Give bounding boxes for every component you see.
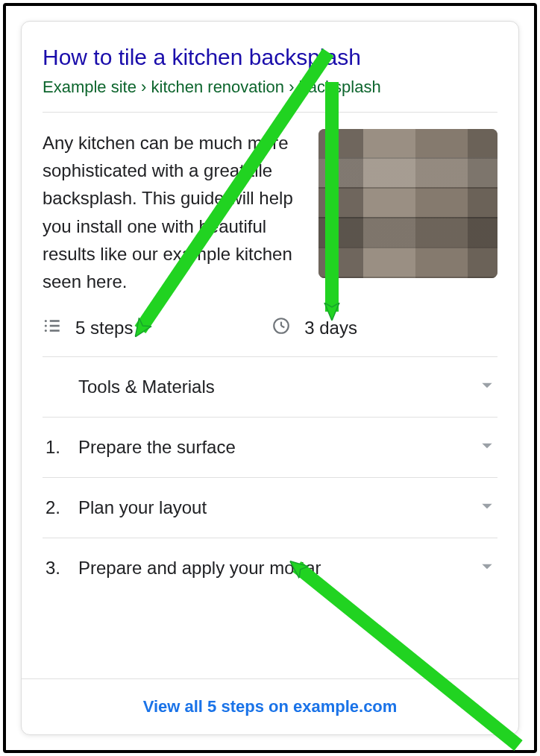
chevron-down-icon: [480, 438, 495, 456]
breadcrumb: Example site › kitchen renovation › back…: [43, 78, 497, 97]
divider: [43, 112, 497, 113]
thumbnail-image: [318, 129, 497, 278]
section-list: Tools & Materials 1. Prepare the surface…: [43, 356, 497, 598]
svg-point-1: [45, 325, 47, 327]
clock-icon: [271, 316, 291, 340]
section-number: 3.: [45, 558, 62, 579]
section-item-tools[interactable]: Tools & Materials: [43, 356, 497, 417]
section-number: [45, 377, 62, 397]
search-result-card: How to tile a kitchen backsplash Example…: [21, 21, 519, 735]
section-number: 2.: [45, 497, 62, 518]
description-row: Any kitchen can be much more sophisticat…: [43, 129, 497, 295]
steps-value: 5 steps: [75, 318, 133, 338]
svg-line-8: [281, 326, 284, 327]
svg-point-0: [45, 320, 47, 322]
section-item-step-2[interactable]: 2. Plan your layout: [43, 477, 497, 538]
description-text: Any kitchen can be much more sophisticat…: [43, 129, 304, 295]
section-label: Prepare and apply your mortar: [78, 558, 321, 579]
card-footer: View all 5 steps on example.com: [22, 678, 518, 734]
section-number: 1.: [45, 437, 62, 458]
meta-row: 5 steps 3 days: [43, 316, 497, 340]
result-title-link[interactable]: How to tile a kitchen backsplash: [43, 42, 497, 72]
steps-meta: 5 steps: [43, 316, 133, 340]
chevron-down-icon: [480, 559, 495, 577]
chevron-down-icon: [480, 499, 495, 517]
section-item-step-3[interactable]: 3. Prepare and apply your mortar: [43, 538, 497, 598]
list-icon: [43, 316, 62, 340]
view-all-steps-link[interactable]: View all 5 steps on example.com: [143, 697, 398, 716]
spacer: [43, 598, 497, 678]
section-item-step-1[interactable]: 1. Prepare the surface: [43, 417, 497, 477]
duration-meta: 3 days: [271, 316, 357, 340]
duration-value: 3 days: [304, 318, 357, 338]
chevron-down-icon: [480, 378, 495, 396]
svg-point-2: [45, 330, 47, 332]
section-label: Prepare the surface: [78, 437, 236, 458]
section-label: Tools & Materials: [78, 377, 215, 397]
section-label: Plan your layout: [78, 497, 207, 518]
